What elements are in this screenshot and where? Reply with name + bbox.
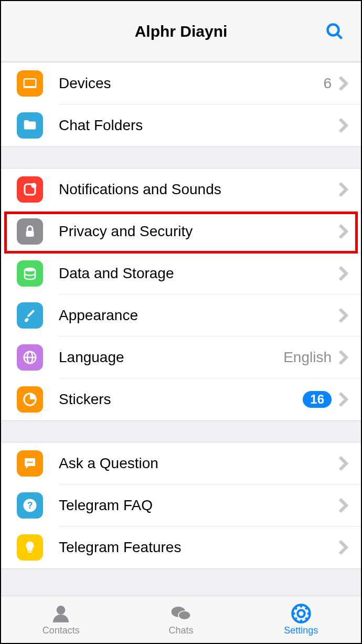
row-label: Notifications and Sounds bbox=[59, 181, 338, 198]
chevron-right-icon bbox=[338, 266, 348, 281]
svg-line-28 bbox=[295, 607, 297, 609]
row-stickers[interactable]: Stickers 16 bbox=[1, 378, 361, 420]
chevron-right-icon bbox=[338, 456, 348, 471]
row-label: Appearance bbox=[59, 307, 338, 324]
row-label: Chat Folders bbox=[59, 117, 338, 134]
chats-icon bbox=[171, 603, 191, 624]
tab-chats[interactable]: Chats bbox=[121, 596, 241, 643]
chevron-right-icon bbox=[338, 308, 348, 323]
chevron-right-icon bbox=[338, 392, 348, 407]
row-label: Privacy and Security bbox=[59, 223, 338, 240]
svg-point-0 bbox=[328, 24, 339, 35]
row-ask-question[interactable]: Ask a Question bbox=[1, 442, 361, 484]
chevron-right-icon bbox=[338, 350, 348, 365]
svg-point-13 bbox=[27, 461, 29, 463]
svg-rect-2 bbox=[24, 79, 36, 87]
svg-point-7 bbox=[25, 268, 35, 272]
gear-icon bbox=[291, 603, 312, 624]
row-label: Devices bbox=[59, 75, 323, 92]
svg-line-29 bbox=[305, 618, 307, 620]
row-faq[interactable]: ? Telegram FAQ bbox=[1, 484, 361, 526]
row-value: 6 bbox=[323, 75, 332, 92]
folder-icon bbox=[17, 112, 43, 139]
page-title: Alphr Diayni bbox=[135, 23, 228, 40]
chevron-right-icon bbox=[338, 224, 348, 239]
svg-point-14 bbox=[29, 461, 30, 463]
chevron-right-icon bbox=[338, 540, 348, 555]
tab-bar: Contacts Chats Settings bbox=[1, 596, 361, 643]
contacts-icon bbox=[50, 603, 71, 624]
chevron-right-icon bbox=[338, 182, 348, 197]
row-notifications[interactable]: Notifications and Sounds bbox=[1, 168, 361, 210]
row-features[interactable]: Telegram Features bbox=[1, 526, 361, 568]
row-appearance[interactable]: Appearance bbox=[1, 294, 361, 336]
row-label: Language bbox=[59, 349, 283, 366]
settings-list: Devices 6 Chat Folders Notificat bbox=[1, 62, 361, 643]
svg-rect-8 bbox=[27, 310, 35, 318]
globe-icon bbox=[17, 344, 43, 371]
search-button[interactable] bbox=[323, 20, 346, 43]
bulb-icon bbox=[17, 534, 43, 561]
svg-line-31 bbox=[305, 607, 307, 609]
row-language[interactable]: Language English bbox=[1, 336, 361, 378]
row-chat-folders[interactable]: Chat Folders bbox=[1, 104, 361, 146]
row-devices[interactable]: Devices 6 bbox=[1, 62, 361, 104]
section-2: Notifications and Sounds Privacy and Sec… bbox=[1, 168, 361, 421]
svg-text:?: ? bbox=[27, 500, 33, 511]
help-icon: ? bbox=[17, 492, 43, 519]
search-icon bbox=[325, 22, 344, 41]
lock-icon bbox=[17, 218, 43, 245]
tab-contacts[interactable]: Contacts bbox=[1, 596, 121, 643]
row-label: Telegram Features bbox=[59, 539, 338, 556]
tab-settings[interactable]: Settings bbox=[241, 596, 361, 643]
row-label: Ask a Question bbox=[59, 455, 338, 472]
header: Alphr Diayni bbox=[1, 1, 361, 62]
badge: 16 bbox=[303, 391, 332, 408]
row-label: Stickers bbox=[59, 391, 303, 408]
svg-point-5 bbox=[31, 183, 37, 188]
devices-icon bbox=[17, 70, 43, 97]
section-3: Ask a Question ? Telegram FAQ Telegram F… bbox=[1, 442, 361, 569]
svg-line-1 bbox=[337, 34, 342, 38]
section-1: Devices 6 Chat Folders bbox=[1, 62, 361, 147]
tab-label: Settings bbox=[284, 625, 318, 636]
storage-icon bbox=[17, 260, 43, 287]
tab-label: Chats bbox=[168, 625, 193, 636]
svg-point-23 bbox=[297, 610, 304, 617]
svg-rect-18 bbox=[28, 552, 32, 553]
row-privacy[interactable]: Privacy and Security bbox=[1, 210, 361, 252]
chevron-right-icon bbox=[338, 498, 348, 513]
row-value: English bbox=[283, 349, 332, 366]
svg-line-30 bbox=[295, 618, 297, 620]
chevron-right-icon bbox=[338, 118, 348, 133]
tab-label: Contacts bbox=[42, 625, 80, 636]
svg-rect-6 bbox=[26, 231, 34, 237]
notifications-icon bbox=[17, 176, 43, 203]
row-label: Data and Storage bbox=[59, 265, 338, 282]
brush-icon bbox=[17, 302, 43, 329]
svg-rect-3 bbox=[24, 87, 37, 88]
row-label: Telegram FAQ bbox=[59, 497, 338, 514]
row-data-storage[interactable]: Data and Storage bbox=[1, 252, 361, 294]
svg-point-21 bbox=[178, 611, 190, 620]
chat-icon bbox=[17, 450, 43, 477]
sticker-icon bbox=[17, 386, 43, 413]
svg-point-15 bbox=[31, 461, 33, 463]
svg-point-19 bbox=[57, 606, 66, 615]
chevron-right-icon bbox=[338, 76, 348, 91]
